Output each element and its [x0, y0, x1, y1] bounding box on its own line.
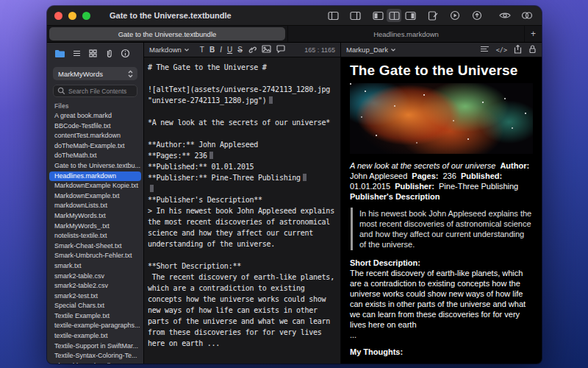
text-style-button[interactable]: T: [200, 46, 204, 54]
split-view-icon[interactable]: [387, 9, 401, 22]
traffic-lights: [54, 12, 90, 20]
list-item[interactable]: Gate to the Universe.textbu...: [47, 161, 143, 171]
file-search[interactable]: [53, 85, 137, 97]
minimize-button[interactable]: [68, 12, 76, 20]
share-icon[interactable]: [514, 44, 522, 55]
list-item[interactable]: MarkMyWords_.txt: [47, 222, 143, 232]
list-item[interactable]: Smark-Umbruch-Fehler.txt: [47, 251, 143, 261]
list-item[interactable]: Textile-Syntax-Coloring-Te...: [47, 351, 143, 361]
preview-pane: Markup_Dark </> The Gate: [341, 43, 542, 364]
chevron-down-icon: [390, 48, 396, 52]
invisible-char-marker: [269, 96, 273, 104]
editor-header: Markdown T B I U S: [144, 43, 340, 57]
chevron-down-icon: [184, 48, 190, 52]
search-input[interactable]: [68, 88, 133, 95]
link-chain-icon[interactable]: [248, 45, 257, 55]
preview-blockquote: In his newest book John Appleseed explai…: [351, 208, 533, 250]
preview-view-icon[interactable]: [403, 9, 417, 22]
italic-button[interactable]: I: [220, 46, 222, 54]
sidebar: MarkMyWords Files A great book.markd BBC…: [47, 43, 144, 364]
invisible-char-marker: [209, 152, 213, 159]
zoom-button[interactable]: [82, 12, 90, 20]
tab-headlines[interactable]: Headlines.markdown: [287, 26, 524, 42]
list-item[interactable]: Special Chars.txt: [47, 301, 143, 311]
folder-icon[interactable]: [54, 48, 65, 61]
list-item[interactable]: BBCode-Testfile.txt: [47, 121, 143, 132]
library-select[interactable]: MarkMyWords: [53, 67, 137, 80]
character-counter: 165 : 1165: [304, 46, 335, 54]
files-section-label: Files: [47, 100, 143, 111]
list-item[interactable]: notelists-textile.txt: [47, 231, 143, 241]
editor-line: **Short Description:**: [148, 262, 241, 270]
list-item[interactable]: smark2-table2.csv: [47, 281, 143, 291]
list-item[interactable]: A great book.markd: [47, 111, 143, 121]
view-mode-group: [370, 8, 418, 23]
library-select-value: MarkMyWords: [58, 70, 103, 78]
editor-line: ![altText](assets/universe-2742113_1280.…: [148, 85, 334, 105]
code-icon[interactable]: </>: [496, 46, 507, 54]
close-button[interactable]: [54, 12, 62, 20]
editor-line: The recent discovery of earth-like plane…: [148, 273, 339, 347]
list-item[interactable]: MarkMyWords.txt: [47, 211, 143, 222]
editor-line: # The Gate to the Universe #: [148, 63, 267, 71]
new-document-icon[interactable]: [426, 9, 440, 22]
editor-textarea[interactable]: # The Gate to the Universe # ![altText](…: [144, 57, 340, 364]
preview-meta: A new look at the secrets of our univers…: [350, 160, 533, 202]
list-icon[interactable]: [72, 48, 82, 61]
list-item[interactable]: TheTable.textbundle: [47, 361, 143, 364]
image-icon[interactable]: [262, 45, 271, 54]
strikethrough-button[interactable]: S: [237, 46, 243, 54]
list-item[interactable]: smark2-test.txt: [47, 291, 143, 302]
list-item[interactable]: smark2-table.csv: [47, 272, 143, 282]
preview-title: The Gate to the Universe: [350, 66, 533, 76]
run-export-icon[interactable]: [448, 9, 462, 22]
list-item[interactable]: Smark-Cheat-Sheet.txt: [47, 241, 143, 252]
new-tab-button[interactable]: +: [524, 26, 542, 42]
list-item[interactable]: doTheMath.txt: [47, 151, 143, 161]
editor-line: > In his newest book John Appleseed expl…: [148, 207, 339, 248]
list-item[interactable]: textile-example-paragraphs...: [47, 321, 143, 331]
link-icon[interactable]: [520, 9, 534, 22]
syntax-select[interactable]: Markdown: [149, 46, 190, 54]
bold-button[interactable]: B: [209, 46, 215, 54]
editor-view-icon[interactable]: [370, 9, 385, 22]
list-item[interactable]: MarkdownExample.txt: [47, 191, 143, 202]
list-item-selected[interactable]: Headlines.markdown: [49, 171, 141, 182]
short-description-label: Short Description:: [350, 258, 533, 268]
editor-line: **Published:** 01.01.2015: [148, 163, 254, 171]
toc-icon[interactable]: [480, 45, 490, 54]
window-title: Gate to the Universe.textbundle: [110, 11, 232, 20]
list-item[interactable]: contentTest.markdown: [47, 131, 143, 141]
list-item[interactable]: doTheMath-Example.txt: [47, 141, 143, 152]
comment-icon[interactable]: [276, 45, 285, 54]
editor-line: **Pages:** 236: [148, 152, 207, 160]
publish-icon[interactable]: [470, 9, 484, 22]
syntax-select-value: Markdown: [149, 46, 182, 54]
preview-subtitle: A new look at the secrets of our univers…: [350, 161, 495, 170]
editor-line: **Publisher's Description**: [148, 196, 262, 204]
list-item[interactable]: Textile-Support in SwiftMar...: [47, 342, 143, 352]
editor-pane: Markdown T B I U S: [144, 43, 341, 364]
style-select[interactable]: Markup_Dark: [346, 46, 396, 54]
grid-icon[interactable]: [88, 48, 98, 61]
list-item[interactable]: smark.txt: [47, 261, 143, 272]
info-icon[interactable]: [121, 48, 130, 61]
tab-gate-to-the-universe[interactable]: Gate to the Universe.textbundle: [47, 26, 287, 42]
underline-button[interactable]: U: [227, 46, 232, 54]
list-item[interactable]: MarkdownExample Kopie.txt: [47, 181, 143, 191]
style-select-value: Markup_Dark: [346, 46, 388, 54]
list-item[interactable]: textile-example.txt: [47, 331, 143, 342]
updown-chevron-icon: [127, 69, 134, 79]
title-bar[interactable]: Gate to the Universe.textbundle: [47, 6, 542, 26]
toggle-sidebar-icon[interactable]: [326, 9, 340, 22]
lock-icon[interactable]: [528, 44, 537, 55]
toggle-inspector-icon[interactable]: [348, 9, 362, 22]
preview-eye-icon[interactable]: [498, 9, 512, 22]
editor-line: **Publisher:** Pine-Three Publishing: [148, 174, 301, 182]
list-item[interactable]: markdownLists.txt: [47, 201, 143, 211]
preview-header: Markup_Dark </>: [341, 43, 542, 57]
tab-bar: Gate to the Universe.textbundle Headline…: [47, 26, 542, 43]
paperclip-icon[interactable]: [104, 48, 114, 61]
list-item[interactable]: Textile Example.txt: [47, 311, 143, 322]
editor-line: *A new look at the secrets of our univer…: [148, 118, 330, 127]
